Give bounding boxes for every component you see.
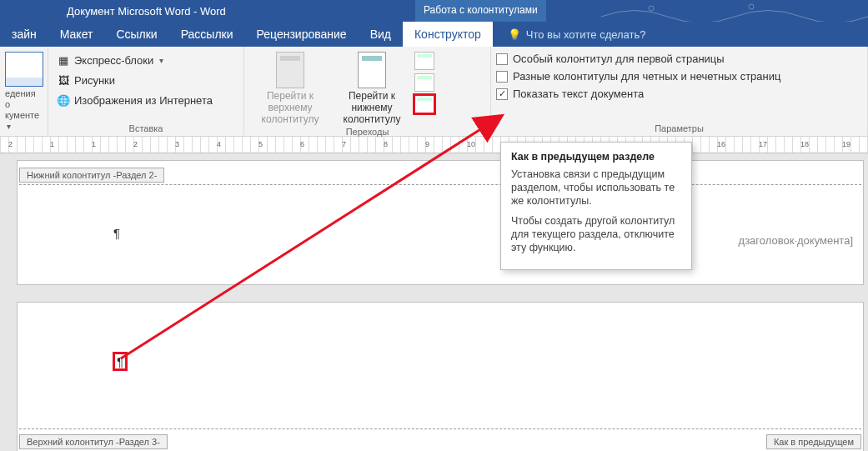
ruler-number: 3 bbox=[175, 140, 179, 148]
ruler-number: 7 bbox=[342, 140, 346, 148]
tab-design[interactable]: зайн bbox=[0, 22, 48, 47]
tab-review[interactable]: Рецензирование bbox=[245, 22, 359, 47]
ruler-number: 18 bbox=[800, 140, 809, 148]
checkbox-icon bbox=[496, 53, 508, 65]
quick-parts-button[interactable]: ▦ Экспресс-блоки▾ bbox=[53, 52, 238, 68]
ruler-number: 5 bbox=[258, 140, 263, 148]
group-insert-label: Вставка bbox=[53, 122, 238, 136]
ribbon-tabs: зайн Макет Ссылки Рассылки Рецензировани… bbox=[0, 22, 868, 47]
goto-footer-button[interactable]: Перейти к нижнему колонтитулу bbox=[331, 50, 413, 125]
tab-mailings[interactable]: Рассылки bbox=[169, 22, 245, 47]
tell-me-box[interactable]: 💡 Что вы хотите сделать? bbox=[493, 22, 646, 47]
group-parameters-label: Параметры bbox=[496, 122, 862, 136]
checkbox-icon bbox=[496, 71, 508, 83]
title-decoration bbox=[601, 0, 868, 22]
checkbox-checked-icon: ✓ bbox=[496, 88, 508, 100]
ruler-number: 9 bbox=[425, 140, 429, 148]
previous-section-button[interactable] bbox=[414, 52, 434, 70]
link-to-previous-button[interactable] bbox=[414, 95, 434, 113]
page-section-2: Нижний колонтитул -Раздел 2- ¶ дзаголово… bbox=[17, 160, 864, 285]
horizontal-ruler[interactable]: 2112345678910111213141516171819 bbox=[0, 137, 868, 153]
different-first-page-checkbox[interactable]: Особый колонтитул для первой страницы bbox=[496, 53, 780, 65]
header-section-tag: Верхний колонтитул -Раздел 3- bbox=[19, 434, 168, 449]
svg-point-1 bbox=[749, 4, 754, 9]
next-section-button[interactable] bbox=[414, 73, 434, 92]
tooltip-paragraph-2: Чтобы создать другой колонтитул для теку… bbox=[511, 214, 681, 254]
ribbon: едения о кументе ▾ ▦ Экспресс-блоки▾ 🖼 Р… bbox=[0, 47, 868, 137]
goto-header-icon bbox=[276, 52, 304, 88]
ruler-number: 19 bbox=[842, 140, 850, 148]
svg-point-0 bbox=[649, 6, 654, 11]
tab-view[interactable]: Вид bbox=[359, 22, 403, 47]
document-info-icon[interactable] bbox=[5, 52, 43, 87]
ruler-number: 2 bbox=[8, 140, 13, 148]
same-as-previous-tag: Как в предыдущем bbox=[766, 434, 861, 449]
pictures-icon: 🖼 bbox=[57, 73, 70, 87]
online-pictures-button[interactable]: 🌐 Изображения из Интернета bbox=[53, 92, 238, 108]
tooltip-paragraph-1: Установка связи с предыдущим разделом, ч… bbox=[511, 168, 681, 208]
ruler-number: 16 bbox=[717, 140, 725, 148]
ruler-number: 10 bbox=[467, 140, 475, 148]
ruler-number: 4 bbox=[217, 140, 221, 148]
ruler-number: 6 bbox=[300, 140, 304, 148]
goto-footer-icon bbox=[358, 52, 386, 88]
group-insert: ▦ Экспресс-блоки▾ 🖼 Рисунки 🌐 Изображени… bbox=[48, 47, 244, 136]
footer-boundary bbox=[19, 184, 861, 185]
context-tab-label: Работа с колонтитулами bbox=[415, 0, 546, 22]
window-title: Документ Microsoft Word - Word bbox=[67, 5, 226, 18]
quick-parts-icon: ▦ bbox=[57, 53, 70, 67]
ruler-number: 2 bbox=[133, 140, 138, 148]
tab-layout[interactable]: Макет bbox=[48, 22, 105, 47]
tell-me-text: Что вы хотите сделать? bbox=[526, 28, 646, 41]
group-parameters: Особый колонтитул для первой страницы Ра… bbox=[491, 47, 868, 136]
goto-header-button[interactable]: Перейти к верхнему колонтитулу bbox=[249, 50, 331, 125]
pilcrow-mark: ¶ bbox=[113, 226, 120, 240]
document-subtitle-text: дзаголовок·документа] bbox=[739, 234, 853, 247]
online-pictures-icon: 🌐 bbox=[57, 93, 70, 107]
tab-references[interactable]: Ссылки bbox=[104, 22, 168, 47]
group-document-info: едения о кументе ▾ bbox=[0, 47, 48, 136]
pictures-button[interactable]: 🖼 Рисунки bbox=[53, 72, 238, 88]
bulb-icon: 💡 bbox=[508, 28, 521, 41]
tab-constructor[interactable]: Конструктор bbox=[403, 22, 493, 47]
page-section-3: ¶ Верхний колонтитул -Раздел 3- Как в пр… bbox=[17, 302, 864, 451]
ruler-number: 1 bbox=[92, 140, 96, 148]
different-odd-even-checkbox[interactable]: Разные колонтитулы для четных и нечетных… bbox=[496, 70, 780, 83]
tooltip-title: Как в предыдущем разделе bbox=[511, 151, 681, 163]
title-bar: Документ Microsoft Word - Word Работа с … bbox=[0, 0, 868, 22]
ruler-number: 1 bbox=[50, 140, 54, 148]
ruler-number: 17 bbox=[759, 140, 767, 148]
ruler-number: 8 bbox=[384, 140, 388, 148]
header-boundary bbox=[19, 428, 861, 429]
show-document-text-checkbox[interactable]: ✓ Показать текст документа bbox=[496, 88, 780, 100]
link-to-previous-tooltip: Как в предыдущем разделе Установка связи… bbox=[500, 142, 692, 270]
group-navigation: Перейти к верхнему колонтитулу Перейти к… bbox=[244, 47, 491, 136]
document-info-label: едения о кументе ▾ bbox=[5, 88, 43, 132]
footer-section-tag: Нижний колонтитул -Раздел 2- bbox=[19, 168, 164, 183]
document-area: Нижний колонтитул -Раздел 2- ¶ дзаголово… bbox=[0, 153, 868, 451]
pilcrow-mark-highlighted: ¶ bbox=[115, 354, 125, 368]
